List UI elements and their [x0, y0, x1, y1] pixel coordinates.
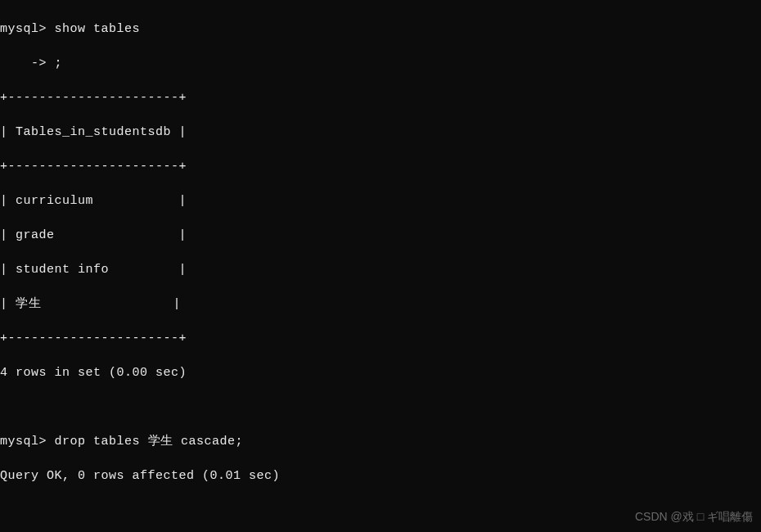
- table-row: | grade |: [0, 227, 761, 244]
- table-divider: +----------------------+: [0, 330, 761, 347]
- table-divider: +----------------------+: [0, 158, 761, 175]
- table-row: | student info |: [0, 261, 761, 278]
- prompt-line[interactable]: mysql> drop tables 学生 cascade;: [0, 433, 761, 450]
- continuation-line[interactable]: -> ;: [0, 55, 761, 72]
- mysql-prompt: mysql>: [0, 435, 47, 449]
- table-row: | 学生 |: [0, 295, 761, 313]
- command-text: drop tables 学生 cascade;: [55, 435, 244, 449]
- prompt-line[interactable]: mysql> show tables: [0, 20, 761, 38]
- semicolon: ;: [55, 56, 63, 70]
- continuation-prompt: ->: [0, 56, 47, 70]
- terminal-output: mysql> show tables -> ; +---------------…: [0, 3, 761, 532]
- result-text: Query OK, 0 rows affected (0.01 sec): [0, 467, 761, 485]
- blank-line: [0, 399, 761, 416]
- result-text: 4 rows in set (0.00 sec): [0, 364, 761, 381]
- watermark-text: CSDN @戏 □ ギ唱離傷: [635, 509, 753, 525]
- command-text: show tables: [55, 22, 141, 36]
- mysql-prompt: mysql>: [0, 22, 47, 36]
- table-divider: +----------------------+: [0, 89, 761, 106]
- table-row: | curriculum |: [0, 192, 761, 210]
- table-header: | Tables_in_studentsdb |: [0, 124, 761, 141]
